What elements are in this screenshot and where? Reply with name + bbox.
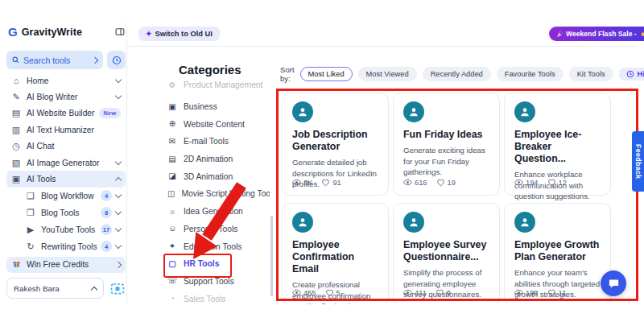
blog-writer-icon: ✎: [11, 93, 21, 101]
category-business[interactable]: ▣ Business: [167, 98, 270, 116]
likes-icon: [325, 288, 334, 297]
user-name: Rakesh Bara: [14, 284, 60, 293]
rewriting-tools-icon: ↻: [26, 242, 35, 251]
clock-icon: [626, 70, 634, 78]
user-menu[interactable]: Rakesh Bara: [6, 278, 104, 299]
sidebar-toggle-icon[interactable]: [114, 27, 126, 37]
brand-logo[interactable]: G GravityWrite: [8, 25, 126, 39]
chevron-down-icon: [115, 76, 122, 82]
sort-pill-favourite-tools[interactable]: Favourite Tools: [497, 67, 564, 81]
chevron-down-icon: [115, 208, 122, 214]
sidebar-item-win-free-credits[interactable]: Win Free Credits: [6, 257, 126, 273]
person-tool-icon: [514, 212, 535, 233]
categories-scrollbar[interactable]: [270, 216, 273, 296]
count-badge: 4: [101, 190, 112, 201]
likes-icon: [547, 288, 556, 297]
image-generator-icon: ▧: [11, 159, 21, 167]
sidebar-nav: ⌂ Home ✎ AI Blog Writer ▤ AI Website Bui…: [6, 72, 126, 273]
tool-card-employee-confirmation-email[interactable]: Employee Confirmation Email Create profe…: [282, 203, 389, 306]
tool-title: Employee Growth Plan Generator: [514, 239, 601, 263]
sidebar-item-ai-text-humanizer[interactable]: ▥ AI Text Humanizer: [6, 122, 126, 138]
sidebar-item-ai-chat[interactable]: ◷ AI Chat: [6, 138, 126, 155]
movie-script-icon: ◫: [167, 190, 175, 198]
category-idea-generation[interactable]: ☼ Idea Generation: [167, 203, 270, 221]
sidebar-item-ai-blog-writer[interactable]: ✎ AI Blog Writer: [6, 89, 126, 105]
weekend-flash-sale-button[interactable]: Weekend Flash Sale - $599: [549, 27, 644, 41]
category-2d-animation[interactable]: ▤ 2D Animation: [167, 151, 270, 168]
tool-card-employee-growth-plan[interactable]: Employee Growth Plan Generator Enhance y…: [504, 203, 611, 306]
tool-card-employee-survey-questionnaire[interactable]: Employee Survey Questionnaire... Simplif…: [393, 203, 500, 306]
sort-pill-kit-tools[interactable]: Kit Tools: [569, 67, 613, 81]
text-humanizer-icon: ▥: [11, 126, 21, 134]
category-3d-animation[interactable]: ◪ 3D Animation: [167, 167, 270, 185]
chevron-down-icon: [115, 242, 122, 248]
views-icon: [514, 178, 523, 187]
category-email-tools[interactable]: ✉ E-mail Tools: [167, 133, 270, 151]
views-icon: [403, 288, 412, 297]
switch-to-old-ui-button[interactable]: ✦ Switch to Old UI: [138, 27, 220, 41]
sidebar-item-ai-website-builder[interactable]: ▤ AI Website Builder New: [6, 105, 126, 122]
viewport-bottom-mask: [0, 304, 644, 322]
topbar-divider: [127, 46, 638, 47]
category-sales-tools[interactable]: ◔ Sales Tools: [167, 290, 270, 303]
tool-title: Employee Ice-Breaker Question...: [514, 129, 601, 165]
category-movie-script-writing-tool[interactable]: ◫ Movie Script Writing Tool: [167, 185, 270, 203]
business-icon: ▣: [167, 103, 177, 111]
views-icon: [403, 178, 412, 187]
category-hr-tools[interactable]: ▢ HR Tools: [167, 255, 270, 273]
blog-tools-icon: ❐: [26, 208, 35, 217]
ai-chat-icon: ◷: [11, 142, 21, 151]
category-support-tools[interactable]: ☏ Support Tools: [167, 273, 270, 291]
tool-card-employee-ice-breaker[interactable]: Employee Ice-Breaker Question... Enhance…: [504, 93, 611, 196]
tool-title: Employee Confirmation Email: [292, 239, 378, 275]
sidebar-item-rewriting-tools[interactable]: ↻ Rewriting Tools 4: [6, 238, 126, 255]
sidebar-item-blog-workflow[interactable]: ❏ Blog Workflow 4: [6, 188, 126, 204]
person-tool-icon: [403, 101, 424, 122]
history-button[interactable]: History: [619, 68, 644, 80]
tool-card-job-description-generator[interactable]: Job Description Generator Generate detai…: [282, 93, 389, 196]
sparkle-icon: ✦: [146, 30, 152, 38]
history-sidebar-button[interactable]: [107, 51, 126, 69]
surprise-box-icon[interactable]: [109, 280, 126, 296]
sidebar-item-ai-tools[interactable]: ▣ AI Tools: [6, 171, 126, 187]
tool-card-fun-friday-ideas[interactable]: Fun Friday Ideas Generate exciting ideas…: [393, 93, 500, 196]
chat-bubble-icon: [608, 278, 620, 290]
category-website-content[interactable]: ⊕ Website Content: [167, 115, 270, 133]
support-tools-icon: ☏: [167, 277, 177, 285]
idea-generation-icon: ☼: [167, 208, 177, 216]
2d-animation-icon: ▤: [167, 155, 177, 163]
product-management-icon: ⚙: [167, 81, 177, 89]
chat-widget-button[interactable]: [601, 270, 626, 296]
category-education-tools[interactable]: ✦ Education Tools: [167, 237, 270, 255]
category-personal-tools[interactable]: ☺ Personal Tools: [167, 221, 270, 238]
chevron-up-icon: [91, 286, 97, 292]
education-tools-icon: ✦: [167, 242, 177, 250]
chevron-right-icon: [92, 56, 98, 63]
likes-icon: [436, 178, 445, 187]
person-tool-icon: [292, 101, 313, 122]
sidebar-item-ai-image-generator[interactable]: ▧ AI Image Generator: [6, 155, 126, 171]
app-window: G GravityWrite Search tools ⌂ Home ✎ AI …: [0, 0, 644, 322]
category-product-management[interactable]: ⚙ Product Management: [167, 80, 270, 94]
chevron-down-icon: [115, 93, 122, 99]
hr-tools-icon: ▢: [167, 260, 177, 268]
sort-pill-recently-added[interactable]: Recently Added: [423, 67, 491, 81]
views-icon: [292, 178, 301, 187]
chevron-down-icon: [115, 158, 122, 164]
sidebar-item-home[interactable]: ⌂ Home: [6, 72, 126, 89]
feedback-tab[interactable]: Feedback: [632, 131, 644, 192]
likes-icon: [547, 178, 556, 187]
views-icon: [292, 288, 301, 297]
sidebar-item-blog-tools[interactable]: ❐ Blog Tools 8: [6, 204, 126, 221]
ai-tools-icon: ▣: [11, 175, 21, 184]
chevron-right-icon: [115, 262, 122, 268]
tool-title: Employee Survey Questionnaire...: [403, 239, 489, 263]
home-icon: ⌂: [11, 76, 21, 85]
views-icon: [514, 288, 523, 297]
sort-pill-most-viewed[interactable]: Most Viewed: [358, 67, 417, 81]
search-input[interactable]: Search tools: [6, 51, 103, 69]
likes-icon: [436, 288, 444, 297]
brand-name: GravityWrite: [22, 27, 82, 38]
sidebar-item-youtube-tools[interactable]: ▶ YouTube Tools 17: [6, 221, 126, 238]
sort-pill-most-liked[interactable]: Most Liked: [300, 67, 353, 81]
